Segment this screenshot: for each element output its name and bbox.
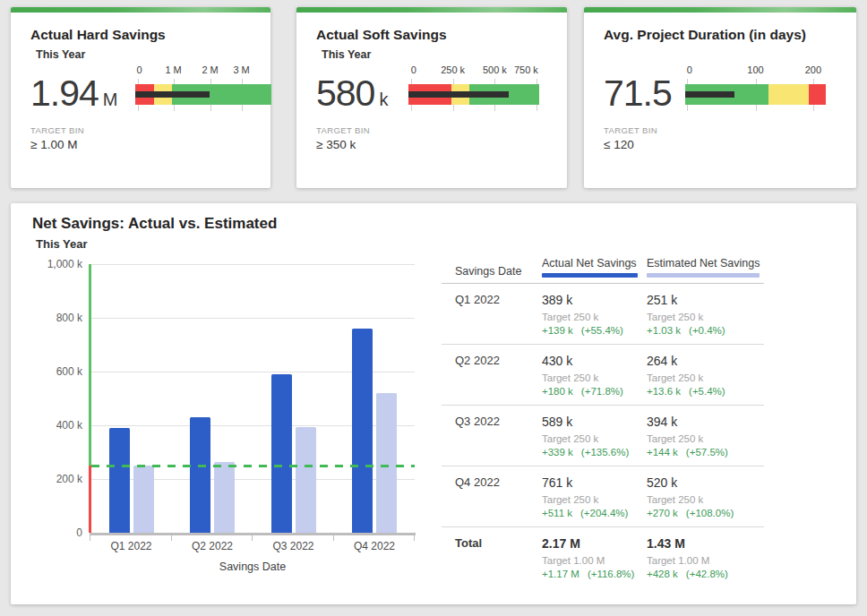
kpi-card-actual-hard-savings: Actual Hard Savings This Year 1.94M 01 M… [11, 7, 270, 188]
cell-delta: +511 k(+204.4%) [542, 507, 647, 519]
gridline [91, 264, 415, 265]
bar-actual-q4-2022[interactable] [352, 329, 373, 533]
kpi-value: 580k [316, 75, 388, 112]
cell-actual-net-savings: 589 kTarget 250 k+339 k(+135.6%) [542, 415, 647, 458]
delta-value: +13.6 k [647, 386, 681, 397]
bullet-measure-bar [408, 91, 509, 98]
x-axis-category-label: Q2 2022 [192, 540, 233, 552]
table-row-q3-2022[interactable]: Q3 2022589 kTarget 250 k+339 k(+135.6%)3… [442, 406, 764, 466]
cell-value: 520 k [647, 475, 760, 491]
kpi-value-number: 71.5 [604, 73, 672, 114]
bar-estimated-q4-2022[interactable] [376, 393, 397, 533]
bullet-tick-label: 1 M [165, 64, 181, 75]
cell-actual-net-savings: 2.17 MTarget 1.00 M+1.17 M(+116.8%) [542, 536, 647, 580]
cell-savings-date: Total [442, 536, 542, 580]
bullet-tick-label: 750 k [514, 64, 538, 75]
kpi-card-avg-project-duration: Avg. Project Duration (in days) 71.5 010… [584, 7, 856, 188]
y-axis-tick-label: 800 k [20, 312, 82, 324]
bullet-tick-label: 100 [747, 64, 763, 75]
kpi-card-actual-soft-savings: Actual Soft Savings This Year 580k 0250 … [296, 7, 567, 188]
bar-estimated-q1-2022[interactable] [133, 466, 154, 533]
cell-value: 1.43 M [647, 536, 760, 552]
table-row-q1-2022[interactable]: Q1 2022389 kTarget 250 k+139 k(+55.4%)25… [442, 284, 764, 345]
cell-delta: +339 k(+135.6%) [542, 446, 647, 458]
bullet-chart[interactable]: 0100200 [685, 61, 826, 118]
column-header-label: Estimated Net Savings [647, 257, 760, 270]
column-header-actual-net-savings[interactable]: Actual Net Savings [542, 257, 647, 278]
cell-savings-date: Q3 2022 [442, 415, 542, 458]
bullet-range-segment [809, 84, 826, 105]
cell-value: 389 k [542, 293, 647, 308]
bullet-chart[interactable]: 0250 k500 k750 k [408, 61, 539, 118]
cell-delta: +1.03 k(+0.4%) [647, 324, 760, 337]
cell-value: 264 k [647, 354, 760, 369]
cell-target: Target 250 k [647, 372, 760, 384]
target-bin-value: ≤ 120 [604, 138, 634, 151]
cell-delta: +1.17 M(+116.8%) [542, 568, 647, 580]
bar-actual-q2-2022[interactable] [190, 417, 210, 533]
cell-delta: +428 k(+42.8%) [647, 568, 760, 580]
bullet-chart[interactable]: 01 M2 M3 M [135, 61, 271, 118]
cell-estimated-net-savings: 264 kTarget 250 k+13.6 k(+5.4%) [647, 354, 760, 398]
cell-estimated-net-savings: 520 kTarget 250 k+270 k(+108.0%) [647, 475, 760, 519]
y-axis-tick-label: 600 k [20, 365, 82, 378]
bar-estimated-q2-2022[interactable] [214, 462, 235, 533]
cell-estimated-net-savings: 1.43 MTarget 1.00 M+428 k(+42.8%) [647, 536, 760, 580]
table-row-total[interactable]: Total2.17 MTarget 1.00 M+1.17 M(+116.8%)… [442, 527, 764, 587]
delta-value: +180 k [542, 386, 573, 397]
column-header-savings-date[interactable]: Savings Date [442, 257, 542, 278]
delta-value: +144 k [647, 447, 678, 458]
column-header-estimated-net-savings[interactable]: Estimated Net Savings [647, 257, 760, 278]
delta-percent: (+204.4%) [580, 508, 628, 518]
card-subtitle: This Year [36, 48, 85, 61]
cell-value: 430 k [542, 354, 647, 369]
cell-savings-date: Q2 2022 [442, 354, 542, 398]
table-header-row: Savings Date Actual Net Savings Estimate… [442, 257, 764, 284]
bar-actual-q3-2022[interactable] [271, 374, 292, 533]
savings-table: Savings Date Actual Net Savings Estimate… [442, 257, 764, 587]
x-axis-category-label: Q4 2022 [354, 540, 395, 552]
bullet-tick-label: 2 M [202, 64, 218, 75]
bullet-tick-label: 200 [805, 64, 821, 75]
cell-value: 251 k [647, 293, 760, 308]
y-axis-tick-label: 400 k [20, 419, 82, 432]
delta-percent: (+108.0%) [686, 508, 734, 518]
x-axis-tick [252, 535, 253, 541]
table-row-q2-2022[interactable]: Q2 2022430 kTarget 250 k+180 k(+71.8%)26… [442, 345, 764, 406]
delta-percent: (+57.5%) [686, 447, 728, 458]
bullet-measure-bar [135, 91, 210, 98]
x-axis-tick [171, 535, 172, 541]
cell-delta: +180 k(+71.8%) [542, 385, 647, 398]
dashboard: Actual Hard Savings This Year 1.94M 01 M… [0, 0, 867, 616]
y-axis-tick-label: 1,000 k [20, 258, 82, 270]
column-header-label: Savings Date [455, 265, 542, 278]
target-bin-value: ≥ 1.00 M [30, 138, 77, 151]
card-accent-strip [584, 7, 856, 13]
estimated-series-swatch [647, 273, 760, 278]
kpi-value-suffix: k [379, 90, 388, 109]
net-savings-panel: Net Savings: Actual vs. Estimated This Y… [11, 203, 856, 604]
bullet-tick-label: 0 [411, 64, 416, 75]
bullet-tick-label: 0 [136, 64, 142, 75]
y-axis-tick-label: 200 k [20, 473, 82, 485]
cell-delta: +270 k(+108.0%) [647, 507, 760, 519]
target-bin-label: TARGET BIN [30, 125, 84, 135]
bar-chart: Savings Date 1,000 k800 k600 k400 k200 k… [11, 203, 441, 604]
target-bin-label: TARGET BIN [604, 125, 657, 135]
column-header-label: Actual Net Savings [542, 257, 647, 270]
bar-actual-q1-2022[interactable] [109, 428, 130, 533]
gridline [91, 318, 415, 319]
bar-estimated-q3-2022[interactable] [296, 427, 316, 533]
kpi-value-number: 580 [316, 73, 374, 114]
target-line [91, 465, 415, 467]
cell-value: 394 k [647, 415, 760, 430]
table-row-q4-2022[interactable]: Q4 2022761 kTarget 250 k+511 k(+204.4%)5… [442, 466, 764, 527]
bullet-tick-label: 500 k [483, 64, 507, 75]
cell-target: Target 250 k [542, 493, 647, 506]
delta-percent: (+0.4%) [689, 325, 725, 336]
cell-delta: +144 k(+57.5%) [647, 446, 760, 458]
card-accent-strip [11, 7, 270, 13]
kpi-value-number: 1.94 [30, 73, 99, 114]
target-bin-label: TARGET BIN [316, 125, 370, 135]
bullet-tick-label: 250 k [441, 64, 465, 75]
